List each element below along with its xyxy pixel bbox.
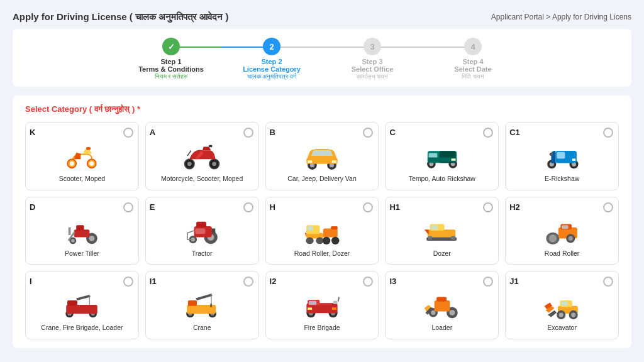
category-card[interactable]: I1Crane (145, 271, 259, 339)
svg-point-8 (212, 162, 216, 166)
category-label: Road Roller, Dozer (270, 250, 375, 258)
category-radio[interactable] (123, 202, 133, 212)
step-circle-1: ✓ (162, 38, 180, 55)
svg-rect-47 (196, 228, 206, 234)
category-card[interactable]: H2Road Roller (505, 197, 619, 265)
category-radio[interactable] (123, 277, 133, 287)
svg-rect-108 (561, 302, 568, 306)
category-section: Select Category ( वर्ग छान्नुहोस् ) * KS… (13, 96, 631, 348)
svg-point-7 (187, 162, 192, 166)
category-label: E-Rickshaw (509, 175, 614, 184)
category-label: Road Roller (509, 250, 614, 258)
category-radio[interactable] (363, 202, 373, 212)
svg-point-57 (331, 236, 339, 244)
category-radio[interactable] (243, 202, 253, 212)
category-radio[interactable] (363, 128, 373, 138)
category-letter: I (30, 277, 32, 286)
category-icon (509, 288, 614, 321)
category-card[interactable]: CTempo, Auto Rickshaw (385, 122, 499, 190)
step-sub-1: नियम र सर्तहरु (155, 73, 188, 80)
category-card[interactable]: ICrane, Fire Brigade, Loader (25, 271, 139, 339)
svg-rect-32 (572, 158, 575, 161)
breadcrumb-current: Apply for Driving Licens (552, 13, 631, 21)
category-label: Crane, Fire Brigade, Loader (30, 324, 135, 332)
category-icon (270, 288, 375, 321)
category-icon (389, 214, 494, 247)
category-radio[interactable] (603, 128, 613, 138)
category-letter: I3 (389, 277, 396, 286)
category-icon (509, 140, 614, 172)
category-letter: C (389, 128, 395, 137)
category-title: Select Category ( वर्ग छान्नुहोस् ) * (25, 104, 619, 114)
svg-rect-93 (333, 301, 338, 304)
category-letter: H (270, 202, 275, 212)
category-icon (150, 140, 255, 172)
category-icon (389, 140, 494, 172)
svg-point-70 (568, 236, 572, 240)
category-label: Dozer (389, 250, 494, 258)
svg-point-97 (449, 310, 455, 315)
category-label: Motorcycle, Scooter, Moped (150, 175, 255, 184)
category-card[interactable]: KScooter, Moped (25, 122, 139, 190)
category-icon (389, 288, 494, 321)
svg-rect-38 (74, 229, 90, 237)
step-label-1: Step 1 (160, 58, 181, 65)
svg-point-3 (90, 162, 94, 166)
category-radio[interactable] (123, 128, 133, 138)
category-radio[interactable] (483, 202, 493, 212)
category-letter: H2 (509, 202, 520, 212)
category-letter: B (270, 128, 275, 137)
category-letter: I1 (150, 277, 157, 286)
svg-rect-85 (210, 304, 212, 307)
category-radio[interactable] (243, 277, 253, 287)
svg-rect-16 (332, 160, 336, 163)
category-icon (509, 214, 614, 247)
step-sub-3: कार्यालय चयन (357, 73, 389, 80)
category-card[interactable]: DPower Tiller (25, 197, 139, 265)
category-card[interactable]: H1Dozer (385, 197, 499, 265)
category-icon (30, 288, 135, 321)
svg-rect-54 (323, 228, 338, 237)
category-label: Tractor (150, 250, 255, 258)
step-1: ✓Step 1Terms & Conditionsनियम र सर्तहरु (121, 38, 221, 80)
svg-rect-63 (451, 236, 455, 239)
category-card[interactable]: I3Loader (385, 271, 499, 339)
svg-point-65 (548, 234, 556, 242)
category-card[interactable]: BCar, Jeep, Delivery Van (265, 122, 379, 190)
stepper: ✓Step 1Terms & Conditionsनियम र सर्तहरु2… (121, 38, 523, 80)
category-card[interactable]: HRoad Roller, Dozer (265, 197, 379, 265)
svg-rect-40 (69, 227, 71, 234)
category-radio[interactable] (483, 128, 493, 138)
svg-rect-25 (451, 158, 455, 160)
category-icon (270, 140, 375, 172)
svg-rect-75 (67, 305, 98, 314)
category-card[interactable]: AMotorcycle, Scooter, Moped (145, 122, 259, 190)
category-radio[interactable] (243, 128, 253, 138)
category-card[interactable]: C1E-Rickshaw (505, 122, 619, 190)
category-letter: C1 (509, 128, 520, 137)
step-circle-3: 3 (364, 38, 381, 55)
category-card[interactable]: J1Excavator (505, 271, 619, 339)
category-label: Tempo, Auto Rickshaw (389, 175, 494, 184)
category-radio[interactable] (363, 277, 373, 287)
category-icon (30, 214, 135, 247)
category-icon (270, 214, 375, 247)
category-label: Loader (389, 324, 494, 332)
breadcrumb-portal[interactable]: Applicant Portal (491, 13, 544, 21)
svg-rect-9 (209, 145, 212, 147)
svg-point-99 (431, 310, 435, 315)
page-title: Apply for Driving License ( चालक अनुमतिप… (13, 11, 229, 23)
step-3: 3Step 3Select Officeकार्यालय चयन (322, 38, 423, 80)
category-card[interactable]: I2Fire Brigade (265, 271, 379, 339)
category-card[interactable]: ETractor (145, 197, 259, 265)
step-circle-4: 4 (464, 38, 482, 55)
svg-rect-39 (77, 225, 84, 231)
category-radio[interactable] (603, 277, 613, 287)
category-radio[interactable] (603, 202, 613, 212)
category-radio[interactable] (483, 277, 493, 287)
svg-point-35 (89, 236, 95, 241)
svg-rect-68 (562, 225, 569, 229)
svg-rect-58 (428, 229, 455, 237)
category-icon (150, 288, 255, 321)
svg-rect-62 (428, 236, 432, 239)
